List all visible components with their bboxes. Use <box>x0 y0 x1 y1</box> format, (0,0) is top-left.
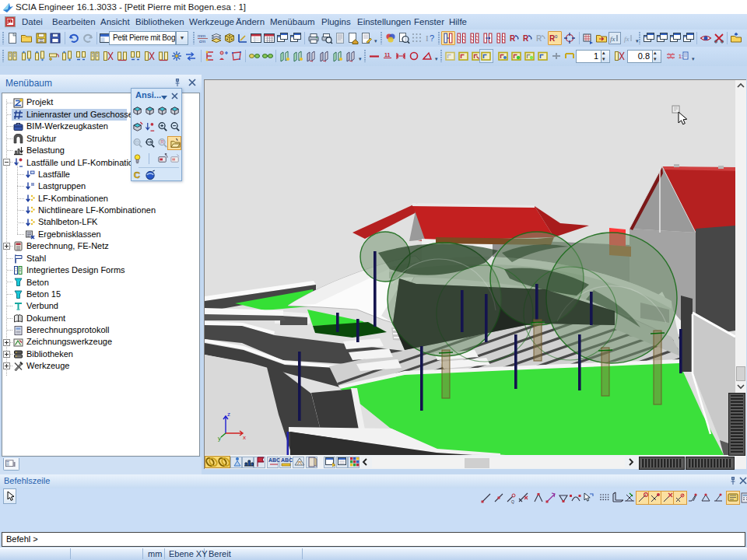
svg-text:11: 11 <box>384 52 391 58</box>
svg-text:1:: 1: <box>679 54 683 59</box>
svg-text:C: C <box>134 170 140 180</box>
svg-text:ABC: ABC <box>268 457 280 463</box>
svg-text:x: x <box>243 434 246 441</box>
svg-text:cm: cm <box>199 39 205 44</box>
svg-text:fx: fx <box>624 35 630 43</box>
svg-text:Q: Q <box>511 499 514 504</box>
svg-text:mm: mm <box>198 33 205 38</box>
svg-text:0: 0 <box>555 34 558 39</box>
svg-text:?: ? <box>430 33 434 43</box>
svg-text:I: I <box>426 33 429 43</box>
svg-text:fx: fx <box>610 35 615 43</box>
svg-text:y: y <box>218 435 221 442</box>
svg-text:R: R <box>523 34 529 43</box>
svg-text:z: z <box>227 411 230 418</box>
svg-text:R: R <box>536 34 542 43</box>
svg-text:R: R <box>160 139 164 145</box>
svg-text:R: R <box>510 34 516 43</box>
svg-text:ABC: ABC <box>281 457 293 463</box>
